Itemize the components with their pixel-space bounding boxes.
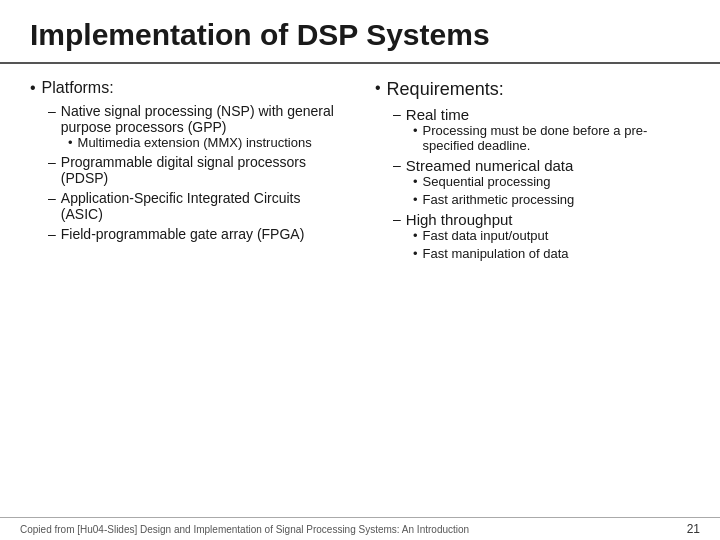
dash-icon: – [48, 103, 56, 119]
bullet-platforms: • [30, 79, 36, 97]
item-text: Programmable digital signal processors (… [61, 154, 345, 186]
dash-icon: – [393, 157, 401, 173]
throughput-item-2: Fast manipulation of data [423, 246, 569, 261]
dot-icon: • [413, 192, 418, 207]
list-item: – Application-Specific Integrated Circui… [48, 190, 345, 222]
requirements-label: Requirements: [387, 79, 504, 100]
list-item: – Programmable digital signal processors… [48, 154, 345, 186]
dot-icon: • [413, 228, 418, 243]
right-column: • Requirements: – Real time • Processing… [365, 74, 700, 517]
platforms-header: • Platforms: [30, 79, 345, 97]
footer: Copied from [Hu04-Slides] Design and Imp… [0, 517, 720, 540]
slide: Implementation of DSP Systems • Platform… [0, 0, 720, 540]
item-text: Native signal processing (NSP) with gene… [61, 103, 345, 135]
dash-icon: – [393, 106, 401, 122]
dot-icon: • [68, 135, 73, 150]
list-item: – Native signal processing (NSP) with ge… [48, 103, 345, 150]
real-time-item: Processing must be done before a pre-spe… [423, 123, 690, 153]
footer-page: 21 [687, 522, 700, 536]
sub-item: • Fast data input/output [413, 228, 690, 243]
streamed-item-2: Fast arithmetic processing [423, 192, 575, 207]
sub-item: • Fast manipulation of data [413, 246, 690, 261]
dash-icon: – [393, 211, 401, 227]
item-text: Field-programmable gate array (FPGA) [61, 226, 305, 242]
streamed-header: Streamed numerical data [406, 157, 574, 174]
list-item: – Field-programmable gate array (FPGA) [48, 226, 345, 242]
real-time-group: – Real time • Processing must be done be… [393, 106, 690, 153]
dot-icon: • [413, 174, 418, 189]
dot-icon: • [413, 246, 418, 261]
slide-content: • Platforms: – Native signal processing … [0, 74, 720, 517]
left-column: • Platforms: – Native signal processing … [20, 74, 355, 517]
platforms-label: Platforms: [42, 79, 114, 97]
slide-title: Implementation of DSP Systems [0, 0, 720, 64]
dot-icon: • [413, 123, 418, 138]
bullet-requirements: • [375, 79, 381, 97]
throughput-item-1: Fast data input/output [423, 228, 549, 243]
sub-item: • Processing must be done before a pre-s… [413, 123, 690, 153]
dash-icon: – [48, 190, 56, 206]
streamed-item-1: Sequential processing [423, 174, 551, 189]
sub-item: • Multimedia extension (MMX) instruction… [68, 135, 345, 150]
sub-item-text: Multimedia extension (MMX) instructions [78, 135, 312, 150]
sub-item: • Sequential processing [413, 174, 690, 189]
dash-icon: – [48, 154, 56, 170]
requirements-header: • Requirements: [375, 79, 690, 100]
throughput-group: – High throughput • Fast data input/outp… [393, 211, 690, 261]
footer-credit: Copied from [Hu04-Slides] Design and Imp… [20, 524, 469, 535]
item-text: Application-Specific Integrated Circuits… [61, 190, 345, 222]
sub-item: • Fast arithmetic processing [413, 192, 690, 207]
dash-icon: – [48, 226, 56, 242]
throughput-header: High throughput [406, 211, 513, 228]
streamed-group: – Streamed numerical data • Sequential p… [393, 157, 690, 207]
real-time-header: Real time [406, 106, 469, 123]
